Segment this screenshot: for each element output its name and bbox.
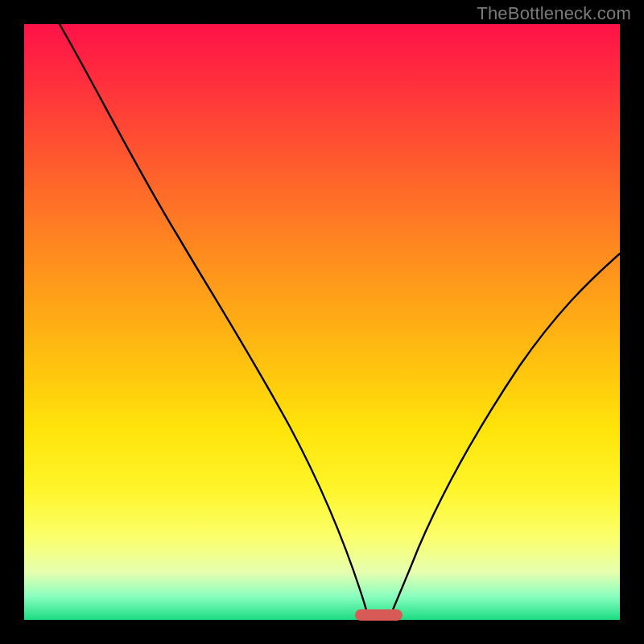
bottleneck-curve	[24, 24, 620, 620]
watermark-text: TheBottleneck.com	[477, 3, 631, 24]
chart-frame: TheBottleneck.com	[0, 0, 644, 644]
bottleneck-marker	[355, 609, 402, 621]
plot-area	[24, 24, 620, 620]
curve-left-branch	[60, 24, 367, 612]
curve-right-branch	[392, 254, 620, 612]
